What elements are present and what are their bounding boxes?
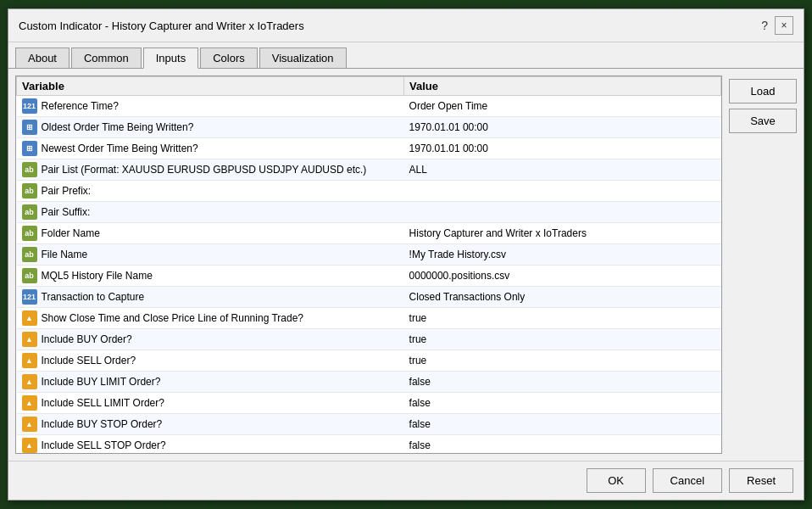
type-icon: ab xyxy=(22,247,37,262)
variable-cell: ⊞Newest Order Time Being Written? xyxy=(17,138,404,159)
table-row[interactable]: abPair Suffix: xyxy=(17,202,721,223)
value-cell: false xyxy=(404,372,721,393)
value-cell: !My Trade History.csv xyxy=(404,244,721,266)
variable-cell: ▲Include SELL Order? xyxy=(17,350,404,372)
table-row[interactable]: abPair List (Format: XAUUSD EURUSD GBPUS… xyxy=(17,159,721,181)
variable-cell: ▲Include BUY LIMIT Order? xyxy=(17,372,404,393)
variable-name: MQL5 History File Name xyxy=(42,270,153,282)
variable-cell: abPair Prefix: xyxy=(17,181,404,202)
close-button[interactable]: × xyxy=(775,16,793,35)
variable-cell: abPair Suffix: xyxy=(17,202,404,223)
type-icon: ab xyxy=(22,162,37,177)
tab-about[interactable]: About xyxy=(15,48,70,68)
value-cell: Order Open Time xyxy=(404,96,721,117)
type-icon: ▲ xyxy=(22,395,37,411)
footer: OK Cancel Reset xyxy=(8,461,804,500)
tab-common[interactable]: Common xyxy=(71,48,142,68)
variable-name: File Name xyxy=(42,249,88,260)
type-icon: ▲ xyxy=(22,332,37,347)
main-dialog: Custom Indicator - History Capturer and … xyxy=(8,8,804,501)
type-icon: 121 xyxy=(22,289,37,305)
title-controls: ? × xyxy=(758,16,793,35)
variable-cell: 121Reference Time? xyxy=(17,96,404,117)
table-row[interactable]: ▲Include BUY Order?true xyxy=(17,329,721,350)
value-cell: Closed Transactions Only xyxy=(404,287,721,308)
table-row[interactable]: ▲Include BUY LIMIT Order?false xyxy=(17,372,721,393)
value-cell: 1970.01.01 00:00 xyxy=(404,117,721,138)
variable-name: Include BUY Order? xyxy=(42,333,132,345)
variable-cell: ▲Show Close Time and Close Price Line of… xyxy=(17,308,404,329)
side-buttons: Load Save xyxy=(729,76,797,454)
type-icon: ⊞ xyxy=(22,120,37,135)
type-icon: ▲ xyxy=(22,374,37,389)
value-cell: History Capturer and Writer x IoTraders xyxy=(404,223,721,244)
type-icon: ab xyxy=(22,226,37,241)
variable-name: Show Close Time and Close Price Line of … xyxy=(42,312,304,324)
table-row[interactable]: ▲Include SELL STOP Order?false xyxy=(17,435,721,455)
value-cell: 1970.01.01 00:00 xyxy=(404,138,721,159)
value-cell: ALL xyxy=(404,159,721,181)
value-cell: true xyxy=(404,350,721,372)
cancel-button[interactable]: Cancel xyxy=(653,468,722,493)
type-icon: ▲ xyxy=(22,417,37,432)
save-button[interactable]: Save xyxy=(729,109,797,133)
type-icon: ab xyxy=(22,268,37,283)
reset-button[interactable]: Reset xyxy=(729,468,793,493)
table-row[interactable]: abFolder NameHistory Capturer and Writer… xyxy=(17,223,721,244)
type-icon: ▲ xyxy=(22,353,37,368)
content-area: Variable Value 121Reference Time?Order O… xyxy=(8,69,804,461)
type-icon: ⊞ xyxy=(22,141,37,156)
value-cell: 0000000.positions.csv xyxy=(404,266,721,287)
variable-name: Transaction to Capture xyxy=(42,291,145,303)
variable-cell: abMQL5 History File Name xyxy=(17,266,404,287)
table-row[interactable]: ▲Include BUY STOP Order?false xyxy=(17,414,721,435)
value-cell: false xyxy=(404,435,721,455)
tab-colors[interactable]: Colors xyxy=(200,48,258,68)
variable-cell: abPair List (Format: XAUUSD EURUSD GBPUS… xyxy=(17,159,404,181)
variable-name: Include SELL Order? xyxy=(42,355,136,366)
variable-name: Pair Suffix: xyxy=(42,206,91,218)
type-icon: ab xyxy=(22,204,37,220)
table-row[interactable]: abMQL5 History File Name0000000.position… xyxy=(17,266,721,287)
variables-table-container: Variable Value 121Reference Time?Order O… xyxy=(15,76,722,454)
variable-name: Include BUY STOP Order? xyxy=(42,418,163,430)
variable-name: Pair Prefix: xyxy=(42,185,92,197)
table-row[interactable]: abFile Name!My Trade History.csv xyxy=(17,244,721,266)
variable-cell: ▲Include BUY STOP Order? xyxy=(17,414,404,435)
variable-name: Reference Time? xyxy=(42,100,119,112)
value-cell: false xyxy=(404,393,721,414)
variable-cell: ▲Include SELL LIMIT Order? xyxy=(17,393,404,414)
value-cell xyxy=(404,202,721,223)
title-bar: Custom Indicator - History Capturer and … xyxy=(8,9,804,42)
help-button[interactable]: ? xyxy=(758,19,771,32)
variable-cell: ⊞Oldest Order Time Being Written? xyxy=(17,117,404,138)
variable-name: Include SELL STOP Order? xyxy=(42,439,166,451)
variable-name: Folder Name xyxy=(42,227,100,239)
variable-cell: ▲Include SELL STOP Order? xyxy=(17,435,404,455)
tab-inputs[interactable]: Inputs xyxy=(143,48,198,69)
ok-button[interactable]: OK xyxy=(587,468,646,493)
type-icon: ab xyxy=(22,183,37,199)
table-row[interactable]: 121Reference Time?Order Open Time xyxy=(17,96,721,117)
table-row[interactable]: ▲Include SELL LIMIT Order?false xyxy=(17,393,721,414)
load-button[interactable]: Load xyxy=(729,79,797,103)
table-row[interactable]: ▲Include SELL Order?true xyxy=(17,350,721,372)
table-row[interactable]: ⊞Newest Order Time Being Written?1970.01… xyxy=(17,138,721,159)
variables-table: Variable Value 121Reference Time?Order O… xyxy=(16,76,721,454)
value-cell: false xyxy=(404,414,721,435)
variable-name: Include BUY LIMIT Order? xyxy=(42,376,161,388)
column-variable: Variable xyxy=(17,77,404,96)
type-icon: ▲ xyxy=(22,310,37,326)
table-row[interactable]: 121Transaction to CaptureClosed Transact… xyxy=(17,287,721,308)
type-icon: 121 xyxy=(22,98,37,114)
table-row[interactable]: ⊞Oldest Order Time Being Written?1970.01… xyxy=(17,117,721,138)
variable-cell: abFolder Name xyxy=(17,223,404,244)
variable-cell: 121Transaction to Capture xyxy=(17,287,404,308)
value-cell: true xyxy=(404,308,721,329)
value-cell: true xyxy=(404,329,721,350)
tab-visualization[interactable]: Visualization xyxy=(259,48,347,68)
table-row[interactable]: ▲Show Close Time and Close Price Line of… xyxy=(17,308,721,329)
table-row[interactable]: abPair Prefix: xyxy=(17,181,721,202)
variable-cell: abFile Name xyxy=(17,244,404,266)
variable-name: Include SELL LIMIT Order? xyxy=(42,397,164,409)
